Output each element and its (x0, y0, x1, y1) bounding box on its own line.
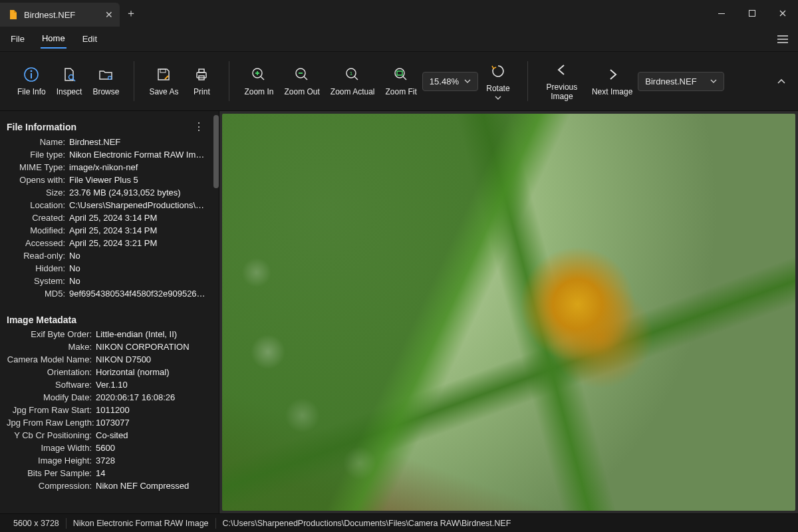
zoom-fit-button[interactable]: Zoom Fit (380, 63, 422, 99)
chevron-down-icon (710, 79, 717, 83)
info-icon (23, 66, 40, 83)
rotate-button[interactable]: Rotate (478, 60, 518, 102)
fi-filetype: Nikon Electronic Format RAW Image (.... (69, 150, 208, 160)
chevron-left-icon (553, 61, 571, 78)
im-width-l: Image Width: (7, 443, 92, 453)
zoom-out-label: Zoom Out (284, 87, 319, 96)
fi-opens-l: Opens with: (7, 175, 65, 185)
app-menu-button[interactable] (777, 35, 789, 44)
fi-created-l: Created: (7, 213, 65, 223)
im-ycbcr: Co-sited (96, 430, 208, 440)
svg-rect-9 (199, 69, 204, 72)
file-selector-value: Birdnest.NEF (645, 76, 696, 86)
svg-rect-0 (718, 13, 725, 14)
fi-system: No (69, 276, 208, 286)
im-make: NIKON CORPORATION (96, 342, 208, 352)
menubar: File Home Edit (0, 27, 798, 52)
save-as-label: Save As (149, 87, 178, 96)
save-as-button[interactable]: Save As (144, 63, 184, 99)
zoom-level-dropdown[interactable]: 15.48% (422, 72, 478, 91)
im-comp: Nikon NEF Compressed (96, 481, 208, 491)
more-options-icon[interactable]: ⋮ (194, 120, 207, 133)
menu-home[interactable]: Home (41, 29, 66, 49)
fi-modified: April 25, 2024 3:14 PM (69, 225, 208, 235)
sidebar-content: File Information ⋮ Name:Birdnest.NEF Fil… (0, 111, 213, 513)
zoom-in-label: Zoom In (244, 87, 273, 96)
fi-mime-l: MIME Type: (7, 162, 65, 172)
im-model: NIKON D7500 (96, 354, 208, 364)
fi-md5: 9ef6954380534f4580f32e90952655ef (69, 289, 208, 299)
im-bits-l: Bits Per Sample: (7, 468, 92, 478)
fi-hidden-l: Hidden: (7, 263, 65, 273)
im-exif: Little-endian (Intel, II) (96, 329, 208, 339)
browse-button[interactable]: Browse (87, 63, 124, 99)
inspect-icon (61, 66, 78, 83)
im-mdate-l: Modify Date: (7, 392, 92, 402)
zoom-out-button[interactable]: Zoom Out (279, 63, 325, 99)
close-window-button[interactable] (767, 0, 798, 27)
rotate-icon (489, 63, 507, 80)
close-tab-icon[interactable]: ✕ (105, 9, 113, 20)
fi-loc-l: Location: (7, 200, 65, 210)
im-orient: Horizontal (normal) (96, 367, 208, 377)
fi-mime: image/x-nikon-nef (69, 162, 208, 172)
file-info-header: File Information ⋮ (7, 118, 209, 137)
ribbon-separator (527, 61, 528, 101)
window-tab[interactable]: Birdnest.NEF ✕ (0, 3, 120, 27)
svg-rect-4 (31, 73, 32, 78)
fi-name: Birdnest.NEF (69, 137, 208, 147)
image-viewer[interactable] (219, 111, 798, 513)
fi-modified-l: Modified: (7, 225, 65, 235)
chevron-right-icon (604, 66, 621, 83)
window-controls (706, 0, 798, 27)
ribbon-group-nav: Previous Image Next Image Birdnest.NEF (531, 59, 731, 104)
rotate-label: Rotate (486, 84, 509, 93)
next-image-button[interactable]: Next Image (587, 63, 638, 99)
titlebar: Birdnest.NEF ✕ ＋ (0, 0, 798, 27)
fi-system-l: System: (7, 276, 65, 286)
statusbar: 5600 x 3728 Nikon Electronic Format RAW … (0, 513, 798, 532)
im-bits: 14 (96, 468, 208, 478)
inspect-button[interactable]: Inspect (51, 63, 88, 99)
new-tab-button[interactable]: ＋ (120, 0, 142, 27)
print-icon (193, 66, 210, 83)
im-mdate: 2020:06:17 16:08:26 (96, 392, 208, 402)
zoom-fit-label: Zoom Fit (386, 87, 417, 96)
zoom-in-button[interactable]: Zoom In (239, 63, 279, 99)
svg-rect-1 (749, 11, 755, 17)
zoom-in-icon (250, 66, 267, 83)
image-meta-title: Image Metadata (7, 315, 76, 325)
chevron-down-icon (495, 96, 501, 100)
im-comp-l: Compression: (7, 481, 92, 491)
file-selector-dropdown[interactable]: Birdnest.NEF (638, 72, 724, 91)
minimize-button[interactable] (706, 0, 737, 27)
fi-accessed-l: Accessed: (7, 238, 65, 248)
print-label: Print (194, 87, 210, 96)
im-model-l: Camera Model Name: (7, 354, 92, 364)
fi-md5-l: MD5: (7, 289, 65, 299)
file-info-title: File Information (7, 122, 76, 132)
menu-file[interactable]: File (9, 30, 26, 48)
im-exif-l: Exif Byte Order: (7, 329, 92, 339)
im-make-l: Make: (7, 342, 92, 352)
print-button[interactable]: Print (184, 63, 219, 99)
previous-image-button[interactable]: Previous Image (537, 59, 587, 104)
previous-image-label: Previous Image (543, 82, 581, 101)
scrollbar-thumb[interactable] (213, 115, 219, 188)
browse-icon (97, 66, 114, 83)
status-path: C:\Users\SharpenedProductions\Documents\… (216, 519, 518, 528)
image-meta-grid: Exif Byte Order:Little-endian (Intel, II… (7, 329, 209, 491)
zoom-actual-button[interactable]: 1 Zoom Actual (325, 63, 380, 99)
collapse-ribbon-button[interactable] (770, 74, 793, 88)
file-info-button[interactable]: File Info (12, 63, 51, 99)
im-height: 3728 (96, 456, 208, 466)
maximize-button[interactable] (737, 0, 767, 27)
fi-created: April 25, 2024 3:14 PM (69, 213, 208, 223)
ribbon-group-output: Save As Print (137, 59, 226, 104)
status-format: Nikon Electronic Format RAW Image (66, 519, 215, 528)
menu-edit[interactable]: Edit (81, 30, 98, 48)
sidebar-scrollbar[interactable] (213, 111, 219, 513)
image-meta-header: Image Metadata (7, 312, 209, 329)
fi-accessed: April 25, 2024 3:21 PM (69, 238, 208, 248)
fi-readonly-l: Read-only: (7, 251, 65, 261)
